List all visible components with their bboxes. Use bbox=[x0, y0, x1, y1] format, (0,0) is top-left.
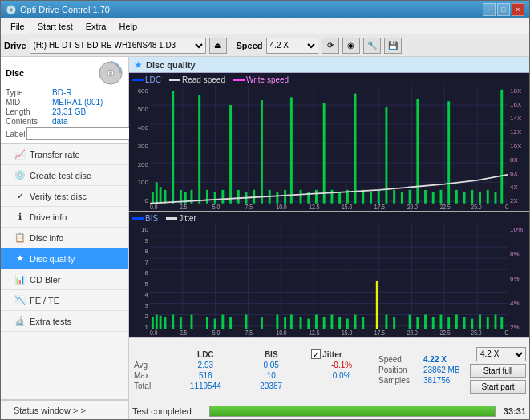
bottom-chart: BIS Jitter 10987654321 bbox=[129, 212, 529, 337]
sidebar-item-drive-info[interactable]: ℹ Drive info bbox=[1, 207, 128, 228]
svg-text:15.0: 15.0 bbox=[342, 203, 352, 211]
svg-text:GB: GB bbox=[504, 329, 508, 337]
svg-rect-20 bbox=[156, 182, 158, 203]
label-input[interactable] bbox=[26, 127, 133, 140]
content-area: Disc Type BD-R MID MEIRA1 (001) bbox=[1, 57, 529, 419]
svg-rect-118 bbox=[330, 315, 333, 329]
maximize-button[interactable]: □ bbox=[497, 3, 510, 16]
jitter-label: Jitter bbox=[322, 350, 342, 359]
top-chart-svg: 0.0 2.5 5.0 7.5 10.0 12.5 15.0 17.5 20.0… bbox=[150, 86, 508, 211]
sidebar-item-fe-te[interactable]: 📉 FE / TE bbox=[1, 290, 128, 311]
svg-rect-101 bbox=[164, 317, 166, 329]
total-ldc: 1119544 bbox=[168, 381, 242, 391]
sidebar-item-disc-info[interactable]: 📋 Disc info bbox=[1, 228, 128, 248]
sidebar-item-disc-quality[interactable]: ★ Disc quality bbox=[1, 248, 128, 269]
svg-rect-22 bbox=[164, 190, 166, 204]
svg-text:0.0: 0.0 bbox=[150, 203, 157, 211]
svg-rect-37 bbox=[276, 192, 278, 203]
svg-rect-102 bbox=[172, 315, 174, 329]
jitter-checkbox-cell[interactable]: ✓ Jitter bbox=[308, 349, 375, 360]
top-chart-svg-container: 0.0 2.5 5.0 7.5 10.0 12.5 15.0 17.5 20.0… bbox=[150, 86, 508, 211]
menu-start-test[interactable]: Start test bbox=[31, 20, 79, 33]
svg-rect-105 bbox=[206, 317, 208, 329]
position-value: 23862 MB bbox=[423, 365, 460, 374]
sidebar: Disc Type BD-R MID MEIRA1 (001) bbox=[1, 57, 129, 419]
svg-rect-55 bbox=[416, 99, 419, 204]
menu-extra[interactable]: Extra bbox=[79, 20, 113, 33]
close-button[interactable]: × bbox=[512, 3, 524, 16]
svg-rect-113 bbox=[290, 315, 293, 329]
sidebar-item-transfer-rate[interactable]: 📈 Transfer rate bbox=[1, 144, 128, 165]
titlebar-title: 💿 Opti Drive Control 1.70 bbox=[6, 5, 110, 15]
svg-rect-127 bbox=[416, 317, 419, 329]
avg-jitter: -0.1% bbox=[308, 360, 375, 370]
sidebar-item-verify-test-disc[interactable]: ✓ Verify test disc bbox=[1, 186, 128, 207]
avg-row-label: Avg bbox=[132, 360, 168, 370]
svg-rect-60 bbox=[455, 190, 458, 204]
svg-rect-63 bbox=[479, 192, 481, 203]
avg-bis: 0.05 bbox=[242, 360, 300, 370]
sidebar-item-extra-tests[interactable]: 🔬 Extra tests bbox=[1, 311, 128, 332]
sidebar-item-create-test-disc[interactable]: 💿 Create test disc bbox=[1, 165, 128, 186]
svg-rect-23 bbox=[172, 91, 174, 204]
top-legend: LDC Read speed Write speed bbox=[129, 73, 529, 86]
sidebar-item-cd-bler[interactable]: 📊 CD Bler bbox=[1, 269, 128, 290]
bottom-chart-body: 10987654321 bbox=[129, 224, 529, 337]
nav-label-drive-info: Drive info bbox=[30, 212, 67, 222]
svg-rect-21 bbox=[160, 187, 162, 203]
start-full-button[interactable]: Start full bbox=[470, 364, 526, 378]
svg-rect-137 bbox=[495, 315, 497, 329]
svg-text:12.5: 12.5 bbox=[309, 203, 319, 211]
create-disc-icon: 💿 bbox=[14, 169, 26, 182]
nav-section: 📈 Transfer rate 💿 Create test disc ✓ Ver… bbox=[1, 144, 128, 399]
svg-rect-42 bbox=[315, 190, 318, 204]
disc-icon bbox=[98, 60, 123, 86]
svg-rect-119 bbox=[338, 317, 341, 329]
chart-header-title: Disc quality bbox=[146, 60, 196, 70]
read-speed-legend-label: Read speed bbox=[182, 75, 225, 84]
refresh-button[interactable]: ⟳ bbox=[322, 38, 339, 54]
nav-label-fe-te: FE / TE bbox=[30, 296, 59, 305]
svg-rect-47 bbox=[354, 94, 357, 204]
eject-button[interactable]: ⏏ bbox=[209, 38, 227, 54]
svg-rect-121 bbox=[354, 315, 357, 329]
speed-select-chart[interactable]: 4.2 X bbox=[476, 347, 526, 361]
jitter-checkbox[interactable]: ✓ bbox=[311, 349, 321, 359]
svg-rect-28 bbox=[206, 190, 208, 204]
total-row-label: Total bbox=[132, 381, 168, 391]
menu-file[interactable]: File bbox=[4, 20, 31, 33]
svg-rect-133 bbox=[463, 317, 466, 329]
drive-select[interactable]: (H:) HL-DT-ST BD-RE WH16NS48 1.D3 bbox=[30, 38, 206, 54]
svg-text:10.0: 10.0 bbox=[276, 203, 286, 211]
bis-legend-label: BIS bbox=[145, 214, 158, 223]
svg-rect-56 bbox=[424, 190, 427, 204]
bottom-legend: BIS Jitter bbox=[129, 212, 529, 224]
status-window-button[interactable]: Status window > > bbox=[1, 400, 128, 419]
svg-rect-111 bbox=[276, 315, 278, 329]
top-y-axis-right: 18X16X14X12X10X8X6X4X2X bbox=[508, 86, 529, 211]
start-part-button[interactable]: Start part bbox=[470, 380, 526, 394]
menu-help[interactable]: Help bbox=[112, 20, 144, 33]
svg-rect-136 bbox=[487, 317, 489, 329]
bottom-y-axis-left: 10987654321 bbox=[129, 224, 150, 337]
minimize-button[interactable]: − bbox=[483, 3, 496, 16]
svg-text:17.5: 17.5 bbox=[374, 329, 386, 337]
speed-select-toolbar[interactable]: 4.2 X bbox=[266, 38, 318, 54]
drive-info-icon: ℹ bbox=[14, 211, 26, 224]
status-window-label: Status window > > bbox=[14, 406, 86, 415]
settings-button[interactable]: 🔧 bbox=[363, 38, 381, 54]
svg-rect-131 bbox=[447, 317, 450, 329]
disc-button[interactable]: ◉ bbox=[342, 38, 360, 54]
save-button[interactable]: 💾 bbox=[384, 38, 402, 54]
length-value: 23,31 GB bbox=[52, 107, 86, 116]
type-value: BD-R bbox=[52, 88, 71, 97]
svg-rect-104 bbox=[191, 315, 193, 329]
main-window: 💿 Opti Drive Control 1.70 − □ × File Sta… bbox=[0, 0, 530, 420]
chart-header-icon: ★ bbox=[134, 59, 143, 71]
svg-rect-53 bbox=[401, 192, 403, 203]
sidebar-status: Status window > > bbox=[1, 399, 128, 419]
svg-text:15.0: 15.0 bbox=[342, 329, 353, 337]
chart-header: ★ Disc quality bbox=[129, 57, 529, 73]
mid-value: MEIRA1 (001) bbox=[52, 98, 103, 107]
svg-rect-100 bbox=[160, 316, 162, 329]
